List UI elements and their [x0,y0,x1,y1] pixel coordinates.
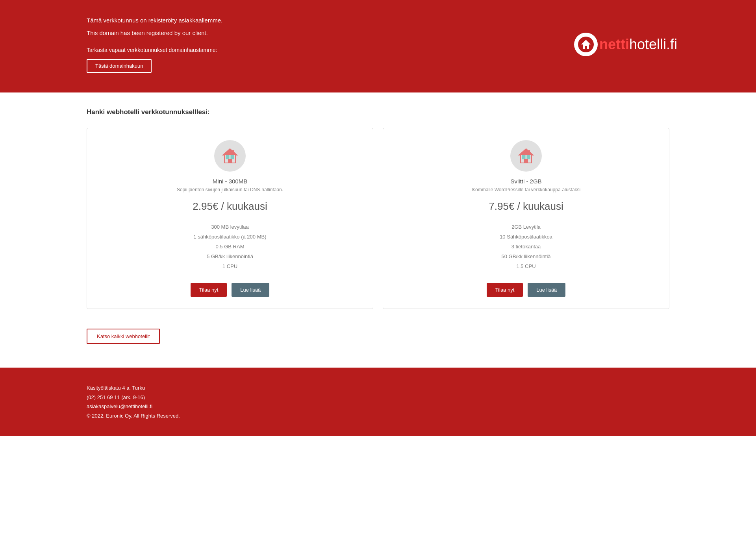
mini-feature-2: 1 sähköpostilaatikko (á 200 MB) [99,232,361,242]
footer-copyright: © 2022. Euronic Oy. All Rights Reserved. [87,411,669,420]
card-mini-buttons: Tilaa nyt Lue lisää [191,283,270,297]
domain-search-button[interactable]: Tästä domainhakuun [87,59,152,73]
mini-more-button[interactable]: Lue lisää [232,283,269,297]
svg-rect-2 [585,46,587,49]
mini-feature-3: 0.5 GB RAM [99,242,361,251]
footer-address: Käsityöläiskatu 4 a, Turku [87,383,669,392]
footer-phone: (02) 251 69 11 (ark. 9-16) [87,393,669,402]
logo-icon [574,33,598,56]
all-hostels-button[interactable]: Katso kaikki webhotellit [87,329,160,344]
card-sviitti-features: 2GB Levytila 10 Sähköpostilaatikkoa 3 ti… [395,222,657,271]
logo-text: nettihotelli.fi [599,36,677,53]
footer-email-link[interactable]: asiakaspalvelu@nettihotelli.fi [87,403,152,409]
mini-feature-4: 5 GB/kk liikennöintiä [99,251,361,261]
svg-rect-11 [527,155,530,159]
logo-netti: netti [599,36,629,52]
logo-svg-icon [578,37,594,52]
sviitti-feature-2: 10 Sähköpostilaatikkoa [395,232,657,242]
svg-rect-10 [522,155,525,159]
svg-rect-12 [524,159,528,163]
svg-rect-6 [228,159,232,163]
card-sviitti-price: 7.95€ / kuukausi [489,200,563,213]
sviitti-more-button[interactable]: Lue lisää [528,283,565,297]
header-line2: This domain has been registered by our c… [87,28,222,38]
card-mini-features: 300 MB levytilaa 1 sähköpostilaatikko (á… [99,222,361,271]
svg-marker-13 [519,149,533,155]
sviitti-feature-4: 50 GB/kk liikennöintiä [395,251,657,261]
header-banner: Tämä verkkotunnus on rekisteröity asiakk… [0,0,756,92]
mini-order-button[interactable]: Tilaa nyt [191,283,227,297]
card-sviitti-desc: Isommalle WordPressille tai verkkokauppa… [472,187,581,192]
sviitti-feature-3: 3 tietokantaa [395,242,657,251]
svg-rect-4 [226,155,229,159]
card-mini: Mini - 300MB Sopii pienten sivujen julka… [87,128,373,309]
svg-rect-14 [528,150,530,153]
large-house-icon [517,146,536,165]
svg-rect-8 [232,150,234,153]
footer: Käsityöläiskatu 4 a, Turku (02) 251 69 1… [0,368,756,436]
header-right: nettihotelli.fi [574,33,756,56]
mini-feature-1: 300 MB levytilaa [99,222,361,232]
sviitti-feature-1: 2GB Levytila [395,222,657,232]
card-sviitti-name: Sviitti - 2GB [510,178,541,185]
card-mini-name: Mini - 300MB [213,178,247,185]
mini-feature-5: 1 CPU [99,261,361,271]
domain-check-label: Tarkasta vapaat verkkotunnukset domainha… [87,46,222,54]
footer-email: asiakaspalvelu@nettihotelli.fi [87,402,669,411]
header-left: Tämä verkkotunnus on rekisteröity asiakk… [0,16,222,73]
card-sviitti-buttons: Tilaa nyt Lue lisää [487,283,566,297]
svg-marker-7 [223,149,237,155]
section-title: Hanki webhotelli verkkotunnukselllesi: [87,108,669,116]
sviitti-order-button[interactable]: Tilaa nyt [487,283,523,297]
house-icon [220,146,239,165]
header-line1: Tämä verkkotunnus on rekisteröity asiakk… [87,16,222,25]
svg-rect-5 [231,155,234,159]
logo: nettihotelli.fi [574,33,677,56]
cards-container: Mini - 300MB Sopii pienten sivujen julka… [87,128,669,309]
card-mini-desc: Sopii pienten sivujen julkaisuun tai DNS… [177,187,283,192]
sviitti-feature-5: 1.5 CPU [395,261,657,271]
card-sviitti: Sviitti - 2GB Isommalle WordPressille ta… [383,128,669,309]
main-content: Hanki webhotelli verkkotunnukselllesi: M… [0,92,756,368]
card-sviitti-icon [510,140,542,172]
card-mini-icon [214,140,246,172]
card-mini-price: 2.95€ / kuukausi [193,200,267,213]
